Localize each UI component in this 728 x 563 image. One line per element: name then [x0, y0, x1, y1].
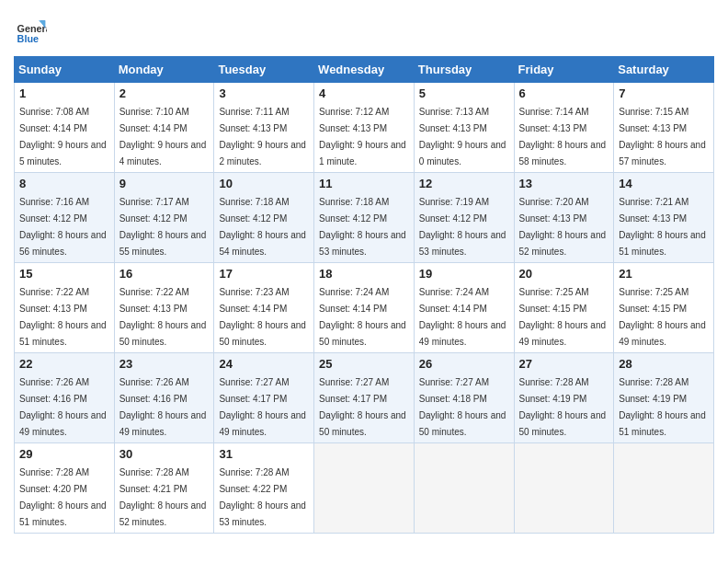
day-header-thursday: Thursday	[414, 57, 514, 83]
calendar-table: SundayMondayTuesdayWednesdayThursdayFrid…	[14, 56, 714, 534]
calendar-cell: 24 Sunrise: 7:27 AMSunset: 4:17 PMDaylig…	[214, 353, 314, 443]
day-number: 4	[319, 86, 409, 100]
calendar-cell: 26 Sunrise: 7:27 AMSunset: 4:18 PMDaylig…	[414, 353, 514, 443]
day-info: Sunrise: 7:22 AMSunset: 4:13 PMDaylight:…	[19, 287, 107, 347]
calendar-cell: 9 Sunrise: 7:17 AMSunset: 4:12 PMDayligh…	[114, 173, 214, 263]
day-info: Sunrise: 7:20 AMSunset: 4:13 PMDaylight:…	[519, 197, 607, 257]
day-number: 5	[419, 86, 509, 100]
calendar-cell: 27 Sunrise: 7:28 AMSunset: 4:19 PMDaylig…	[514, 353, 614, 443]
day-number: 16	[119, 267, 210, 281]
day-header-wednesday: Wednesday	[314, 57, 415, 83]
calendar-week-row: 1 Sunrise: 7:08 AMSunset: 4:14 PMDayligh…	[15, 83, 714, 173]
calendar-cell: 3 Sunrise: 7:11 AMSunset: 4:13 PMDayligh…	[214, 83, 314, 173]
day-info: Sunrise: 7:25 AMSunset: 4:15 PMDaylight:…	[519, 287, 607, 347]
day-number: 24	[219, 357, 309, 371]
calendar-cell: 30 Sunrise: 7:28 AMSunset: 4:21 PMDaylig…	[114, 443, 214, 534]
day-info: Sunrise: 7:24 AMSunset: 4:14 PMDaylight:…	[319, 287, 406, 347]
day-number: 7	[619, 86, 709, 100]
day-number: 31	[219, 447, 309, 461]
calendar-cell: 28 Sunrise: 7:28 AMSunset: 4:19 PMDaylig…	[614, 353, 714, 443]
calendar-week-row: 22 Sunrise: 7:26 AMSunset: 4:16 PMDaylig…	[15, 353, 714, 443]
day-info: Sunrise: 7:24 AMSunset: 4:14 PMDaylight:…	[419, 287, 506, 347]
day-number: 19	[419, 267, 509, 281]
day-header-tuesday: Tuesday	[214, 57, 314, 83]
day-info: Sunrise: 7:23 AMSunset: 4:14 PMDaylight:…	[219, 287, 306, 347]
calendar-cell: 12 Sunrise: 7:19 AMSunset: 4:12 PMDaylig…	[414, 173, 514, 263]
calendar-cell: 1 Sunrise: 7:08 AMSunset: 4:14 PMDayligh…	[15, 83, 115, 173]
day-info: Sunrise: 7:11 AMSunset: 4:13 PMDaylight:…	[219, 107, 306, 167]
day-number: 9	[119, 177, 210, 190]
day-info: Sunrise: 7:16 AMSunset: 4:12 PMDaylight:…	[19, 197, 107, 257]
day-number: 26	[419, 357, 509, 371]
calendar-cell: 22 Sunrise: 7:26 AMSunset: 4:16 PMDaylig…	[15, 353, 115, 443]
day-info: Sunrise: 7:28 AMSunset: 4:19 PMDaylight:…	[619, 377, 706, 437]
calendar-cell	[414, 443, 514, 534]
day-number: 20	[519, 267, 609, 281]
day-info: Sunrise: 7:10 AMSunset: 4:14 PMDaylight:…	[119, 107, 207, 167]
day-number: 2	[119, 86, 210, 100]
day-number: 1	[19, 86, 109, 100]
day-info: Sunrise: 7:28 AMSunset: 4:22 PMDaylight:…	[219, 467, 306, 527]
day-number: 21	[619, 267, 709, 281]
calendar-cell: 8 Sunrise: 7:16 AMSunset: 4:12 PMDayligh…	[15, 173, 115, 263]
day-number: 22	[19, 357, 109, 371]
calendar-cell: 19 Sunrise: 7:24 AMSunset: 4:14 PMDaylig…	[414, 263, 514, 353]
calendar-cell: 18 Sunrise: 7:24 AMSunset: 4:14 PMDaylig…	[314, 263, 415, 353]
day-number: 10	[219, 177, 309, 190]
day-info: Sunrise: 7:08 AMSunset: 4:14 PMDaylight:…	[19, 107, 107, 167]
calendar-cell: 2 Sunrise: 7:10 AMSunset: 4:14 PMDayligh…	[114, 83, 214, 173]
calendar-cell: 21 Sunrise: 7:25 AMSunset: 4:15 PMDaylig…	[614, 263, 714, 353]
calendar-cell: 13 Sunrise: 7:20 AMSunset: 4:13 PMDaylig…	[514, 173, 614, 263]
day-info: Sunrise: 7:15 AMSunset: 4:13 PMDaylight:…	[619, 107, 706, 167]
day-info: Sunrise: 7:26 AMSunset: 4:16 PMDaylight:…	[119, 377, 207, 437]
day-header-saturday: Saturday	[614, 57, 714, 83]
calendar-cell: 15 Sunrise: 7:22 AMSunset: 4:13 PMDaylig…	[15, 263, 115, 353]
day-number: 18	[319, 267, 409, 281]
logo: General Blue	[14, 14, 49, 47]
day-number: 28	[619, 357, 709, 371]
calendar-cell: 17 Sunrise: 7:23 AMSunset: 4:14 PMDaylig…	[214, 263, 314, 353]
day-info: Sunrise: 7:27 AMSunset: 4:18 PMDaylight:…	[419, 377, 506, 437]
day-number: 29	[19, 447, 109, 461]
day-info: Sunrise: 7:26 AMSunset: 4:16 PMDaylight:…	[19, 377, 107, 437]
day-header-sunday: Sunday	[15, 57, 115, 83]
calendar-cell: 16 Sunrise: 7:22 AMSunset: 4:13 PMDaylig…	[114, 263, 214, 353]
day-info: Sunrise: 7:28 AMSunset: 4:21 PMDaylight:…	[119, 467, 207, 527]
day-number: 13	[519, 177, 609, 190]
calendar-cell: 20 Sunrise: 7:25 AMSunset: 4:15 PMDaylig…	[514, 263, 614, 353]
calendar-cell: 10 Sunrise: 7:18 AMSunset: 4:12 PMDaylig…	[214, 173, 314, 263]
calendar-cell	[314, 443, 415, 534]
calendar-cell: 5 Sunrise: 7:13 AMSunset: 4:13 PMDayligh…	[414, 83, 514, 173]
calendar-cell: 11 Sunrise: 7:18 AMSunset: 4:12 PMDaylig…	[314, 173, 415, 263]
day-info: Sunrise: 7:28 AMSunset: 4:19 PMDaylight:…	[519, 377, 607, 437]
day-number: 30	[119, 447, 210, 461]
day-number: 6	[519, 86, 609, 100]
calendar-week-row: 29 Sunrise: 7:28 AMSunset: 4:20 PMDaylig…	[15, 443, 714, 534]
calendar-cell: 7 Sunrise: 7:15 AMSunset: 4:13 PMDayligh…	[614, 83, 714, 173]
calendar-cell: 25 Sunrise: 7:27 AMSunset: 4:17 PMDaylig…	[314, 353, 415, 443]
day-number: 14	[619, 177, 709, 190]
calendar-cell	[614, 443, 714, 534]
day-info: Sunrise: 7:27 AMSunset: 4:17 PMDaylight:…	[219, 377, 306, 437]
svg-text:Blue: Blue	[17, 33, 39, 44]
day-number: 17	[219, 267, 309, 281]
calendar-header-row: SundayMondayTuesdayWednesdayThursdayFrid…	[15, 57, 714, 83]
day-info: Sunrise: 7:21 AMSunset: 4:13 PMDaylight:…	[619, 197, 706, 257]
calendar-cell: 14 Sunrise: 7:21 AMSunset: 4:13 PMDaylig…	[614, 173, 714, 263]
day-header-friday: Friday	[514, 57, 614, 83]
calendar-cell: 4 Sunrise: 7:12 AMSunset: 4:13 PMDayligh…	[314, 83, 415, 173]
calendar-cell: 6 Sunrise: 7:14 AMSunset: 4:13 PMDayligh…	[514, 83, 614, 173]
day-number: 11	[319, 177, 409, 190]
day-info: Sunrise: 7:22 AMSunset: 4:13 PMDaylight:…	[119, 287, 207, 347]
day-info: Sunrise: 7:18 AMSunset: 4:12 PMDaylight:…	[319, 197, 406, 257]
day-info: Sunrise: 7:17 AMSunset: 4:12 PMDaylight:…	[119, 197, 207, 257]
day-info: Sunrise: 7:27 AMSunset: 4:17 PMDaylight:…	[319, 377, 406, 437]
day-info: Sunrise: 7:18 AMSunset: 4:12 PMDaylight:…	[219, 197, 306, 257]
day-number: 23	[119, 357, 210, 371]
day-number: 27	[519, 357, 609, 371]
calendar-week-row: 15 Sunrise: 7:22 AMSunset: 4:13 PMDaylig…	[15, 263, 714, 353]
day-info: Sunrise: 7:19 AMSunset: 4:12 PMDaylight:…	[419, 197, 506, 257]
day-info: Sunrise: 7:28 AMSunset: 4:20 PMDaylight:…	[19, 467, 107, 527]
day-header-monday: Monday	[114, 57, 214, 83]
day-number: 15	[19, 267, 109, 281]
